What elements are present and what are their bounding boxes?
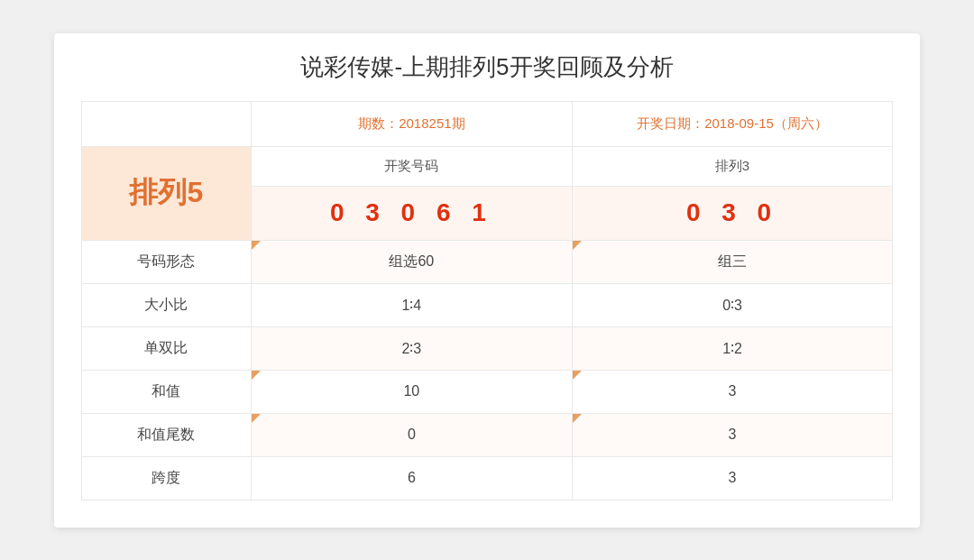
header-row: 期数：2018251期 开奖日期：2018-09-15（周六） xyxy=(82,101,893,146)
row-label-5: 跨度 xyxy=(82,456,252,500)
main-table: 期数：2018251期 开奖日期：2018-09-15（周六） 排列5 开奖号码… xyxy=(81,101,893,500)
table-row: 大小比 1∶4 0∶3 xyxy=(82,283,893,326)
row-label-0: 号码形态 xyxy=(82,240,252,283)
row-mid-4: 0 xyxy=(251,413,572,456)
pl5-label: 排列5 xyxy=(82,146,252,240)
row-label-1: 大小比 xyxy=(82,283,252,326)
row-right-5: 3 xyxy=(573,456,893,500)
row-right-3: 3 xyxy=(573,370,893,413)
pl3-numbers: 0 3 0 xyxy=(573,186,893,240)
row-mid-2: 2∶3 xyxy=(251,326,572,370)
table-row: 号码形态 组选60 组三 xyxy=(82,240,893,283)
mid-col-header: 开奖号码 xyxy=(251,146,572,186)
subheader-row: 排列5 开奖号码 排列3 xyxy=(82,146,893,186)
row-right-0: 组三 xyxy=(573,240,893,283)
row-mid-0: 组选60 xyxy=(251,240,572,283)
card: 说彩传媒-上期排列5开奖回顾及分析 期数：2018251期 开奖日期：2018-… xyxy=(54,33,920,528)
row-right-2: 1∶2 xyxy=(573,326,893,370)
header-empty xyxy=(82,101,252,146)
table-row: 单双比 2∶3 1∶2 xyxy=(82,326,893,370)
row-mid-5: 6 xyxy=(251,456,572,500)
pl5-numbers: 0 3 0 6 1 xyxy=(251,186,572,240)
period-label: 期数：2018251期 xyxy=(251,101,572,146)
row-mid-3: 10 xyxy=(251,370,572,413)
table-row: 和值 10 3 xyxy=(82,370,893,413)
page-title: 说彩传媒-上期排列5开奖回顾及分析 xyxy=(81,51,893,83)
row-right-4: 3 xyxy=(573,413,893,456)
table-row: 跨度 6 3 xyxy=(82,456,893,500)
date-label: 开奖日期：2018-09-15（周六） xyxy=(573,101,893,146)
row-label-2: 单双比 xyxy=(82,326,252,370)
row-label-3: 和值 xyxy=(82,370,252,413)
row-label-4: 和值尾数 xyxy=(82,413,252,456)
right-col-header: 排列3 xyxy=(573,146,893,186)
row-right-1: 0∶3 xyxy=(573,283,893,326)
row-mid-1: 1∶4 xyxy=(251,283,572,326)
table-row: 和值尾数 0 3 xyxy=(82,413,893,456)
